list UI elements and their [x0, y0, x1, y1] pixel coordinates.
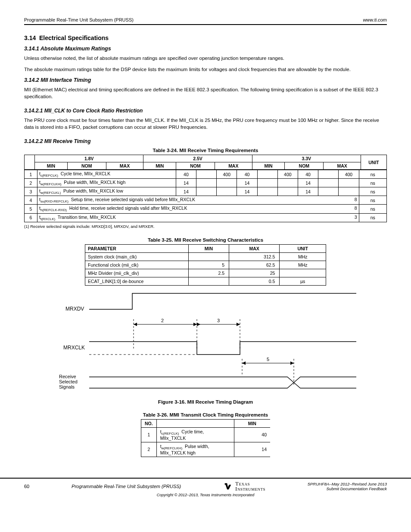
table-row: 2tw(REFCLKH) Pulse width, MIIx_RXCLK hig…: [25, 179, 387, 187]
figure-caption: Figure 3-16. MII Receive Timing Diagram: [24, 399, 387, 404]
table-row: 1tc(REFCLK) Cycle time, MIIx_RXCLK404004…: [25, 170, 387, 179]
table-row: PARAMETERMINMAXUNIT: [85, 244, 326, 252]
para: The absolute maximum ratings table for t…: [24, 66, 387, 73]
label-sel: ReceiveSelectedSignals: [59, 374, 78, 389]
page-number: 60: [24, 484, 29, 489]
table-row: NO. MIN: [141, 419, 271, 427]
table-row: MHz Divider (mii_clk_div)2.525: [85, 269, 326, 277]
table-row: 4tsu(RXD-REFCLK) Setup time, receive sel…: [25, 196, 387, 205]
table-row: 1tc(REFCLK) Cycle time, MIIx_TXCLK40: [141, 427, 271, 442]
table-row: Functional clock (mii_clk)562.5MHz: [85, 261, 326, 269]
table-row: 1.8V 2.5V 3.3V UNIT: [25, 155, 387, 162]
table-note: (1) Receive selected signals include: MR…: [24, 224, 387, 229]
dim-3: 3: [217, 318, 220, 323]
header-left: Programmable Real-Time Unit Subsystem (P…: [24, 17, 134, 22]
dim-2: 2: [161, 318, 164, 323]
timing-diagram: MRXDV 2 3 MRXCLK 5 ReceiveSele: [55, 286, 356, 398]
table-title: Table 3-25. MII Receive Switching Charac…: [24, 237, 387, 243]
para: Unless otherwise noted, the list of abso…: [24, 55, 387, 62]
subsub-title: 3.14.2.2 MII Receive Timing: [24, 138, 387, 144]
subsec-title: 3.14.2 MII Interface Timing: [24, 77, 387, 83]
header-right: www.ti.com: [363, 17, 387, 22]
table-24: 1.8V 2.5V 3.3V UNIT MINNOMMAX MINNOMMAX …: [24, 155, 387, 170]
para: MII (Ethernet MAC) electrical and timing…: [24, 87, 387, 100]
ti-logo: TexasInstruments: [223, 481, 265, 492]
table-24-body: 1tc(REFCLK) Cycle time, MIIx_RXCLK404004…: [24, 170, 387, 222]
divider: [24, 24, 387, 25]
para: The PRU core clock must be four times fa…: [24, 117, 387, 131]
footer-doc: Programmable Real-Time Unit Subsystem (P…: [72, 484, 181, 489]
table-26: NO. MIN 1tc(REFCLK) Cycle time, MIIx_TXC…: [141, 419, 270, 457]
table-25: PARAMETERMINMAXUNIT System clock (main_c…: [85, 244, 326, 286]
table-row: System clock (main_clk)312.5MHz: [85, 252, 326, 261]
copyright: Copyright © 2012–2013, Texas Instruments…: [0, 493, 411, 497]
subsec-title: 3.14.1 Absolute Maximum Ratings: [24, 46, 387, 52]
sec-title: Electrical Specifications: [39, 34, 109, 41]
table-title: Table 3-24. MII Receive Timing Requireme…: [24, 148, 387, 153]
table-row: ECAT_LINK[1:0] de-bounce0.5µs: [85, 277, 326, 285]
table-row: 3tw(REFCLKL) Pulse width, MIIx_RXCLK low…: [25, 187, 387, 196]
table-row: 5th(REFCLK-RXD) Hold time, receive selec…: [25, 205, 387, 213]
sec-num: 3.14: [24, 34, 36, 41]
label-mrxdv: MRXDV: [65, 306, 84, 312]
footer-rev: SPRUHF8A–May 2012–Revised June 2013: [308, 482, 387, 486]
table-title: Table 3-26. MMI Transmit Clock Timing Re…: [24, 412, 387, 417]
footer-feedback[interactable]: Submit Documentation Feedback: [327, 486, 387, 491]
table-row: 6tt(RXCLK) Transition time, MIIx_RXCLK3n…: [25, 213, 387, 222]
label-mrxclk: MRXCLK: [63, 345, 85, 351]
subsub-title: 3.14.2.1 MII_CLK to Core Clock Ratio Res…: [24, 108, 387, 114]
table-row: MINNOMMAX MINNOMMAX MINNOMMAX: [25, 162, 387, 170]
table-row: 2tw(REFCLKH) Pulse width, MIIx_TXCLK hig…: [141, 442, 271, 457]
dim-5: 5: [267, 357, 269, 362]
